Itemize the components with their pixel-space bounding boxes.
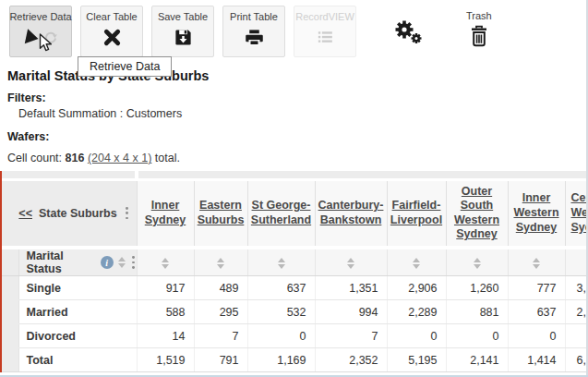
filters-label: Filters: [7, 91, 588, 104]
recordview-label: RecordVIEW [295, 11, 354, 22]
data-cell: 14 [137, 324, 194, 348]
data-cell: 791 [194, 348, 247, 372]
sort-cell [508, 248, 565, 276]
sort-toggle-icon[interactable] [413, 258, 420, 269]
data-cell: 1,519 [137, 348, 194, 372]
sort-toggle-icon[interactable] [278, 258, 285, 269]
column-menu-icon[interactable] [124, 206, 130, 220]
filters-value: Default Summation : Customers [18, 107, 588, 120]
data-cell: 2,352 [315, 348, 387, 372]
data-cell: 2, [565, 300, 588, 324]
sort-cell [194, 248, 247, 276]
sort-toggle-icon[interactable] [347, 258, 354, 269]
data-cell: 1,414 [508, 348, 565, 372]
data-cell: 0 [508, 324, 565, 348]
info-icon[interactable]: i [101, 256, 114, 269]
data-cell: 6, [565, 348, 588, 372]
column-header[interactable]: Canterbury-Bankstown [315, 179, 387, 248]
sort-cell [315, 248, 387, 276]
tooltip: Retrieve Data [78, 56, 172, 77]
column-header[interactable]: Eastern Suburbs [194, 179, 247, 248]
wafers-label: Wafers: [7, 130, 588, 143]
data-cell: 0 [387, 324, 446, 348]
data-cell: 994 [315, 300, 387, 324]
data-cell: 588 [137, 300, 194, 324]
trash-label: Trash [466, 10, 492, 21]
data-cell: 3, [565, 276, 588, 300]
data-cell: 777 [508, 276, 565, 300]
save-table-label: Save Table [158, 11, 208, 22]
print-table-button[interactable]: Print Table [222, 6, 285, 57]
column-header-row: << State Suburbs Inner Sydney Eastern Su… [2, 179, 588, 248]
sort-toggle-icon[interactable] [474, 258, 481, 269]
data-cell: 2,906 [387, 276, 446, 300]
data-cell: 7 [315, 324, 387, 348]
collapse-columns-link[interactable]: << [18, 207, 32, 220]
data-cell: 917 [137, 276, 194, 300]
printer-icon [245, 28, 264, 51]
sort-toggle-icon[interactable] [118, 257, 126, 268]
data-cell: 532 [247, 300, 315, 324]
row-label: Married [18, 300, 137, 324]
row-dimension-cell: Marital Status i [18, 248, 137, 276]
data-cell: 637 [247, 276, 315, 300]
data-cell: 637 [508, 300, 565, 324]
clear-table-button[interactable]: Clear Table [80, 6, 143, 57]
data-cell: 489 [194, 276, 247, 300]
row-dimension-label: Marital Status [27, 249, 96, 275]
table-row: Married 588 295 532 994 2,289 881 637 2, [2, 300, 588, 324]
gutter-cell [2, 300, 18, 324]
cell-count-line: Cell count: 816 (204 x 4 x 1) total. [7, 152, 588, 164]
column-header[interactable]: Inner Western Sydney [508, 179, 565, 248]
column-header[interactable]: Outer South Western Sydney [446, 179, 508, 248]
column-header[interactable]: Fairfield-Liverpool [387, 179, 446, 248]
sort-cell [446, 248, 508, 276]
gutter-cell [2, 248, 18, 276]
table-row: Total 1,519 791 1,169 2,352 5,195 2,141 … [2, 348, 588, 372]
save-icon [174, 28, 193, 51]
data-cell: 5,195 [387, 348, 446, 372]
data-cell: 1,351 [315, 276, 387, 300]
recordview-button: RecordVIEW [294, 6, 356, 57]
cell-count-suffix: total. [151, 152, 180, 164]
row-menu-icon[interactable] [130, 255, 137, 269]
gutter-cell [2, 324, 18, 348]
table-top-strip [2, 171, 588, 179]
sort-cell [137, 248, 194, 276]
crosstab-table: << State Suburbs Inner Sydney Eastern Su… [0, 171, 588, 372]
cell-count-value: 816 [66, 152, 85, 164]
row-label: Total [18, 348, 137, 372]
trash-icon[interactable] [468, 24, 490, 52]
cell-count-link[interactable]: (204 x 4 x 1) [88, 152, 151, 164]
data-cell: 0 [446, 324, 508, 348]
toolbar: Retrieve Data Clear Table Save Table [0, 0, 588, 61]
save-table-button[interactable]: Save Table [151, 6, 214, 57]
x-icon [102, 28, 122, 51]
sort-cell [565, 248, 588, 276]
row-label: Divorced [18, 324, 137, 348]
column-header[interactable]: Inner Sydney [137, 179, 194, 248]
sort-cell [387, 248, 446, 276]
column-header[interactable]: Cen Wes Syd [565, 179, 588, 248]
sort-toggle-icon[interactable] [217, 258, 224, 269]
sort-cell [247, 248, 315, 276]
tooltip-text: Retrieve Data [90, 60, 160, 73]
clear-table-label: Clear Table [86, 11, 137, 22]
mouse-cursor-icon [39, 33, 54, 57]
table-row: Single 917 489 637 1,351 2,906 1,260 777… [2, 276, 588, 300]
data-cell: 0 [247, 324, 315, 348]
table-row: Divorced 14 7 0 7 0 0 0 [2, 324, 588, 348]
data-cell: 1,260 [446, 276, 508, 300]
row-dimension-row: Marital Status i [2, 248, 588, 276]
gutter-cell [2, 348, 18, 372]
sort-toggle-icon[interactable] [162, 258, 169, 269]
data-cell: 1,169 [247, 348, 315, 372]
corner-header-label: State Suburbs [39, 207, 117, 220]
column-header[interactable]: St George-Sutherland [247, 179, 315, 248]
sort-toggle-icon[interactable] [533, 258, 540, 269]
retrieve-data-label: Retrieve Data [9, 11, 71, 22]
data-cell: 7 [194, 324, 247, 348]
data-cell: 2,141 [446, 348, 508, 372]
list-icon [316, 28, 335, 51]
settings-gears-icon[interactable] [392, 18, 424, 49]
